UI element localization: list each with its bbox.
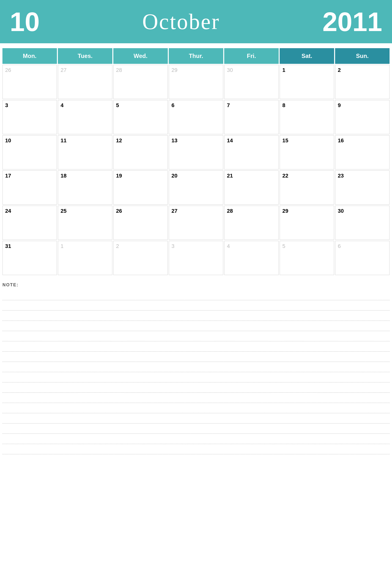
calendar-container: Mon.Tues.Wed.Thur.Fri.Sat.Sun. 262728293… bbox=[0, 43, 392, 275]
day-cell[interactable]: 3 bbox=[2, 100, 57, 134]
day-cell[interactable]: 12 bbox=[113, 135, 168, 169]
day-cell[interactable]: 19 bbox=[113, 170, 168, 205]
week-row-6: 31123456 bbox=[2, 241, 390, 275]
day-cell[interactable]: 27 bbox=[58, 65, 112, 99]
day-cell[interactable]: 29 bbox=[169, 65, 223, 99]
day-cell[interactable]: 26 bbox=[2, 65, 57, 99]
day-header-thur: Thur. bbox=[169, 48, 223, 64]
note-line[interactable] bbox=[2, 382, 390, 393]
day-cell[interactable]: 10 bbox=[2, 135, 57, 169]
day-cell[interactable]: 25 bbox=[58, 206, 112, 240]
note-line[interactable] bbox=[2, 444, 390, 454]
note-line[interactable] bbox=[2, 321, 390, 331]
day-cell[interactable]: 24 bbox=[2, 206, 57, 240]
day-cell[interactable]: 8 bbox=[280, 100, 334, 134]
week-row-1: 262728293012 bbox=[2, 65, 390, 99]
day-cell[interactable]: 30 bbox=[335, 206, 390, 240]
day-cell[interactable]: 20 bbox=[169, 170, 223, 205]
note-line[interactable] bbox=[2, 352, 390, 362]
note-line[interactable] bbox=[2, 393, 390, 403]
day-cell[interactable]: 9 bbox=[335, 100, 390, 134]
calendar-header: 10 October 2011 bbox=[0, 0, 392, 43]
note-line[interactable] bbox=[2, 290, 390, 300]
note-line[interactable] bbox=[2, 434, 390, 444]
day-cell[interactable]: 11 bbox=[58, 135, 112, 169]
day-cell[interactable]: 15 bbox=[280, 135, 334, 169]
notes-section: NOTE: bbox=[0, 275, 392, 457]
day-cell[interactable]: 5 bbox=[113, 100, 168, 134]
day-cell[interactable]: 27 bbox=[169, 206, 223, 240]
note-line[interactable] bbox=[2, 403, 390, 413]
note-line[interactable] bbox=[2, 372, 390, 382]
week-row-4: 17181920212223 bbox=[2, 170, 390, 205]
note-line[interactable] bbox=[2, 413, 390, 423]
day-cell[interactable]: 1 bbox=[280, 65, 334, 99]
day-header-sat: Sat. bbox=[280, 48, 334, 64]
notes-label: NOTE: bbox=[2, 283, 390, 287]
day-cell[interactable]: 23 bbox=[335, 170, 390, 205]
day-cell[interactable]: 28 bbox=[224, 206, 279, 240]
day-cell[interactable]: 1 bbox=[58, 241, 112, 275]
note-line[interactable] bbox=[2, 300, 390, 311]
day-cell[interactable]: 4 bbox=[224, 241, 279, 275]
day-cell[interactable]: 30 bbox=[224, 65, 279, 99]
day-cell[interactable]: 2 bbox=[335, 65, 390, 99]
note-lines bbox=[2, 290, 390, 454]
day-header-fri: Fri. bbox=[224, 48, 279, 64]
day-cell[interactable]: 28 bbox=[113, 65, 168, 99]
note-line[interactable] bbox=[2, 341, 390, 352]
year: 2011 bbox=[322, 8, 382, 35]
note-line[interactable] bbox=[2, 311, 390, 321]
note-line[interactable] bbox=[2, 362, 390, 372]
day-cell[interactable]: 6 bbox=[169, 100, 223, 134]
note-line[interactable] bbox=[2, 331, 390, 341]
day-cell[interactable]: 22 bbox=[280, 170, 334, 205]
day-cell[interactable]: 5 bbox=[280, 241, 334, 275]
day-cell[interactable]: 16 bbox=[335, 135, 390, 169]
week-row-3: 10111213141516 bbox=[2, 135, 390, 169]
day-cell[interactable]: 13 bbox=[169, 135, 223, 169]
day-cell[interactable]: 21 bbox=[224, 170, 279, 205]
month-number: 10 bbox=[10, 8, 40, 35]
week-row-2: 3456789 bbox=[2, 100, 390, 134]
month-name: October bbox=[40, 9, 322, 34]
day-header-wed: Wed. bbox=[113, 48, 168, 64]
note-line[interactable] bbox=[2, 423, 390, 434]
day-cell[interactable]: 26 bbox=[113, 206, 168, 240]
day-header-sun: Sun. bbox=[335, 48, 390, 64]
day-cell[interactable]: 7 bbox=[224, 100, 279, 134]
day-header-tues: Tues. bbox=[58, 48, 112, 64]
day-cell[interactable]: 18 bbox=[58, 170, 112, 205]
weeks-grid: 2627282930123456789101112131415161718192… bbox=[2, 65, 390, 275]
week-row-5: 24252627282930 bbox=[2, 206, 390, 240]
day-cell[interactable]: 4 bbox=[58, 100, 112, 134]
day-cell[interactable]: 14 bbox=[224, 135, 279, 169]
day-cell[interactable]: 2 bbox=[113, 241, 168, 275]
day-cell[interactable]: 6 bbox=[335, 241, 390, 275]
day-headers-row: Mon.Tues.Wed.Thur.Fri.Sat.Sun. bbox=[2, 48, 390, 64]
day-header-mon: Mon. bbox=[2, 48, 57, 64]
day-cell[interactable]: 17 bbox=[2, 170, 57, 205]
day-cell[interactable]: 3 bbox=[169, 241, 223, 275]
day-cell[interactable]: 29 bbox=[280, 206, 334, 240]
day-cell[interactable]: 31 bbox=[2, 241, 57, 275]
